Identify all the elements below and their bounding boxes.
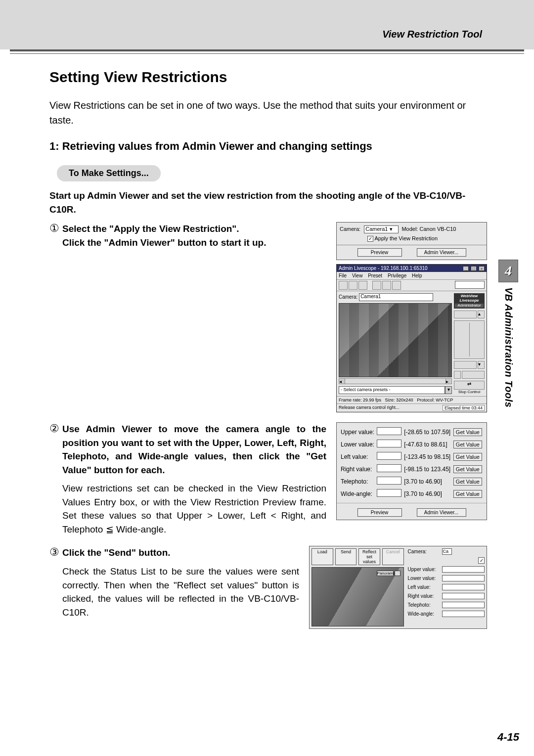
preview-image: Panorama... <box>312 567 404 626</box>
value-label: Right value: <box>340 463 376 475</box>
send-value-label: Upper value: <box>408 567 440 572</box>
values-entry-panel: Upper value:[-28.65 to 107.59]Get ValueL… <box>336 422 487 520</box>
brand-box: WebView Livescope Administrator <box>454 293 485 309</box>
value-input[interactable] <box>377 427 401 435</box>
value-range: [-98.15 to 123.45] <box>403 463 452 475</box>
toolbar-button[interactable] <box>358 281 367 290</box>
toolbar-dropdown[interactable] <box>455 281 485 289</box>
value-range: [3.70 to 46.90] <box>403 488 452 500</box>
toolbar-button[interactable] <box>382 281 391 290</box>
video-preview[interactable] <box>339 303 452 377</box>
reflect-button[interactable]: Reflect set values <box>358 548 380 565</box>
pan-scrollbar[interactable]: ◂▸ <box>339 378 452 384</box>
toolbar-button[interactable] <box>392 281 401 290</box>
step-1-line2: Click the "Admin Viewer" button to start… <box>62 236 266 250</box>
value-row: Lower value:[-47.63 to 88.61]Get Value <box>340 438 484 450</box>
value-range: [-47.63 to 88.61] <box>403 438 452 450</box>
panorama-button[interactable]: Panorama... <box>377 571 394 576</box>
get-value-button[interactable]: Get Value <box>453 465 482 473</box>
camera-dropdown-value: Camera1 <box>365 226 388 232</box>
get-value-button[interactable]: Get Value <box>453 490 482 498</box>
step-2-bold: Use Admin Viewer to move the camera angl… <box>62 422 326 477</box>
send-value-field[interactable] <box>442 611 485 617</box>
send-apply-checkbox[interactable] <box>478 557 485 564</box>
page-title: Setting View Restrictions <box>49 69 487 86</box>
zoom-tele-icon[interactable] <box>454 361 477 369</box>
admin-viewer-button[interactable]: Admin Viewer... <box>417 248 466 257</box>
send-camera-dropdown[interactable]: Ca <box>442 548 452 555</box>
value-row: Right value:[-98.15 to 123.45]Get Value <box>340 463 484 475</box>
menu-help[interactable]: Help <box>412 273 422 278</box>
step-3-bold: Click the "Send" button. <box>62 546 299 560</box>
panorama-extra-button[interactable] <box>395 571 400 576</box>
send-camera-label: Camera: <box>408 549 440 554</box>
menu-file[interactable]: File <box>339 273 347 278</box>
menu-preset[interactable]: Preset <box>368 273 382 278</box>
status-elapsed: Elapsed time 03:44 <box>443 405 485 411</box>
values-admin-viewer-button[interactable]: Admin Viewer... <box>417 508 466 517</box>
get-value-button[interactable]: Get Value <box>453 428 482 436</box>
close-icon[interactable]: × <box>479 266 485 271</box>
admin-livescope-window: Admin Livescope - 192.168.100.1:65310 _ … <box>336 264 487 412</box>
camera-label: Camera: <box>340 226 360 232</box>
value-input[interactable] <box>377 440 401 447</box>
toolbar-button[interactable] <box>349 281 357 290</box>
send-value-field[interactable] <box>442 575 485 581</box>
menu-bar: File View Preset Privilege Help <box>337 272 487 280</box>
value-input[interactable] <box>377 489 401 497</box>
control-icon[interactable] <box>462 371 485 379</box>
apply-restriction-label: Apply the View Restriction <box>374 235 438 241</box>
value-row: Left value:[-123.45 to 98.15]Get Value <box>340 450 484 463</box>
value-range: [3.70 to 46.90] <box>403 475 452 488</box>
camera-dropdown[interactable]: Camera1 ▾ <box>364 225 399 233</box>
startup-paragraph: Start up Admin Viewer and set the view r… <box>49 189 487 216</box>
menu-privilege[interactable]: Privilege <box>388 273 406 278</box>
cancel-button[interactable]: Cancel <box>382 548 404 565</box>
stop-control-icon[interactable]: ⇄ Stop Control <box>454 381 485 394</box>
section-heading-1: 1: Retrieving values from Admin Viewer a… <box>49 140 487 153</box>
value-input[interactable] <box>377 464 401 472</box>
get-value-button[interactable]: Get Value <box>453 478 482 486</box>
send-value-field[interactable] <box>442 602 485 608</box>
backlight-icon[interactable] <box>454 371 461 379</box>
step-3-number: ③ <box>49 546 62 619</box>
send-panel: Load Send Reflect set values Cancel Pano… <box>309 546 487 629</box>
value-input[interactable] <box>377 477 401 485</box>
step-2-body: View restrictions set can be checked in … <box>62 482 326 536</box>
get-value-button[interactable]: Get Value <box>453 453 482 461</box>
zoom-wide-icon[interactable] <box>454 311 477 318</box>
step-1-number: ① <box>49 222 62 249</box>
zoom-down-icon[interactable]: ▾ <box>478 361 485 369</box>
load-button[interactable]: Load <box>312 548 333 565</box>
toolbar-button[interactable] <box>372 281 381 290</box>
value-label: Lower value: <box>340 438 376 450</box>
zoom-slider[interactable] <box>454 320 485 359</box>
preview-button[interactable]: Preview <box>357 248 402 257</box>
values-preview-button[interactable]: Preview <box>357 508 402 517</box>
zoom-up-icon[interactable]: ▴ <box>478 311 485 318</box>
minimize-icon[interactable]: _ <box>463 266 469 271</box>
model-label: Model: Canon VB-C10 <box>401 226 456 232</box>
toolbar-button[interactable] <box>339 281 348 290</box>
send-value-field[interactable] <box>442 584 485 590</box>
apply-restriction-checkbox[interactable]: ✓ <box>367 236 373 242</box>
send-value-field[interactable] <box>442 566 485 573</box>
toolbar <box>337 280 487 291</box>
ls-camera-label: Camera: <box>339 294 357 300</box>
get-value-button[interactable]: Get Value <box>453 441 482 448</box>
step-3-body: Check the Status List to be sure the val… <box>62 565 299 619</box>
send-value-field[interactable] <box>442 593 485 599</box>
menu-view[interactable]: View <box>352 273 363 278</box>
send-value-label: Wide-angle: <box>408 611 440 617</box>
value-row: Wide-angle:[3.70 to 46.90]Get Value <box>340 488 484 500</box>
page-number: 4-15 <box>497 731 519 744</box>
value-input[interactable] <box>377 452 401 460</box>
step-2-number: ② <box>49 422 62 536</box>
ls-camera-dropdown[interactable]: Camera1 <box>359 293 433 301</box>
preset-dropdown[interactable]: - Select camera presets - <box>339 386 445 394</box>
maximize-icon[interactable]: □ <box>471 266 477 271</box>
send-button[interactable]: Send <box>335 548 357 565</box>
value-row: Upper value:[-28.65 to 107.59]Get Value <box>340 426 484 438</box>
window-title: Admin Livescope - 192.168.100.1:65310 <box>339 266 428 271</box>
value-label: Telephoto: <box>340 475 376 488</box>
